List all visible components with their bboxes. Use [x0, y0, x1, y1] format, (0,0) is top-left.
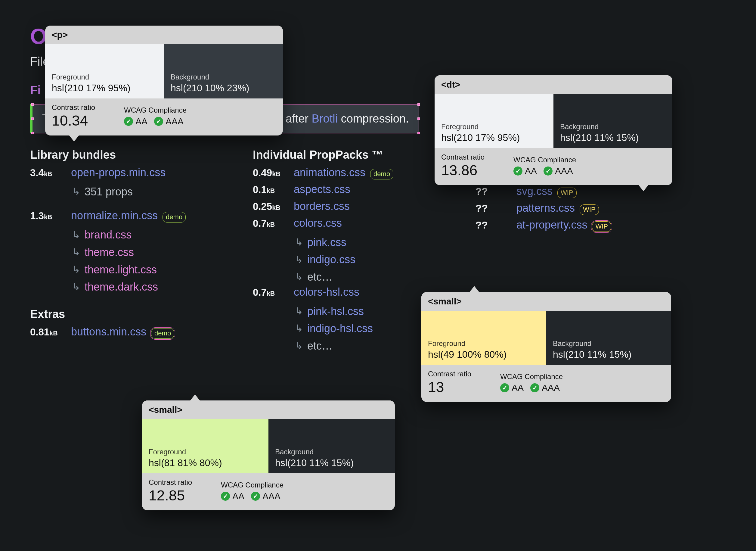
selection-handle[interactable] [417, 117, 420, 120]
sub-file-link[interactable]: indigo-hsl.css [307, 320, 373, 337]
wcag-aa: AA [525, 166, 537, 176]
foreground-swatch: Foregroundhsl(210 17% 95%) [435, 94, 553, 148]
contrast-ratio-value: 10.34 [52, 112, 115, 129]
etc-text: etc… [307, 268, 333, 286]
background-swatch: Backgroundhsl(210 11% 15%) [546, 311, 671, 365]
file-link[interactable]: open-props.min.css [71, 166, 166, 179]
file-link[interactable]: animations.css [294, 166, 365, 179]
sub-file-link[interactable]: theme.css [85, 243, 134, 261]
check-icon: ✓ [530, 383, 539, 392]
brotli-link[interactable]: Brotli [312, 112, 338, 125]
check-icon: ✓ [154, 117, 163, 126]
wcag-aaa: AAA [555, 166, 573, 176]
para-text-after: compression. [338, 112, 409, 125]
demo-badge[interactable]: demo [370, 169, 393, 179]
arrow-down-right-icon: ↳ [295, 338, 303, 354]
unknown-size: ?? [476, 203, 512, 214]
selection-handle[interactable] [417, 132, 420, 134]
wcag-aaa: AAA [542, 383, 560, 393]
wcag-aaa: AAA [166, 116, 184, 126]
file-size: 0.7kB [253, 218, 289, 229]
file-link[interactable]: normalize.min.css [71, 209, 158, 222]
unknown-size: ?? [476, 186, 512, 197]
foreground-swatch: Foregroundhsl(49 100% 80%) [421, 311, 546, 365]
sub-file-link[interactable]: pink.css [307, 234, 346, 251]
file-link[interactable]: colors-hsl.css [294, 286, 359, 299]
contrast-ratio-label: Contrast ratio [441, 153, 504, 161]
file-size: 3.4kB [30, 167, 66, 178]
contrast-ratio-label: Contrast ratio [52, 103, 115, 112]
file-size: 0.81kB [30, 327, 66, 338]
file-link[interactable]: colors.css [294, 217, 342, 229]
arrow-down-right-icon: ↳ [72, 244, 80, 260]
proppacks-title: Individual PropPacks ™ [253, 148, 439, 161]
file-size: 0.25kB [253, 201, 289, 212]
demo-badge[interactable]: demo [151, 328, 174, 339]
selection-handle[interactable] [417, 103, 420, 106]
wcag-label: WCAG Compliance [500, 373, 563, 381]
check-icon: ✓ [221, 492, 230, 501]
extras-title: Extras [30, 308, 217, 321]
wip-badge: WIP [580, 204, 599, 215]
file-size: 0.49kB [253, 167, 289, 178]
arrow-down-right-icon: ↳ [295, 252, 303, 267]
foreground-swatch: Foregroundhsl(81 81% 80%) [142, 419, 268, 473]
contrast-tooltip-p: <p> Foregroundhsl(210 17% 95%) Backgroun… [45, 26, 283, 135]
file-link[interactable]: patterns.css [516, 202, 575, 214]
file-link[interactable]: svg.css [516, 185, 553, 197]
contrast-ratio-value: 13 [428, 379, 491, 395]
arrow-down-right-icon: ↳ [72, 184, 80, 199]
check-icon: ✓ [544, 166, 553, 175]
wip-badge: WIP [592, 221, 611, 232]
sub-file-link[interactable]: theme.dark.css [85, 278, 158, 296]
tooltip-tag: <small> [421, 292, 671, 311]
arrow-down-right-icon: ↳ [72, 262, 80, 277]
wcag-label: WCAG Compliance [221, 481, 283, 489]
check-icon: ✓ [124, 117, 133, 126]
background-swatch: Backgroundhsl(210 10% 23%) [164, 44, 283, 98]
arrow-down-right-icon: ↳ [72, 279, 80, 295]
sub-file-link[interactable]: brand.css [85, 226, 132, 243]
sub-file-link[interactable]: indigo.css [307, 251, 355, 268]
etc-text: etc… [307, 337, 333, 355]
arrow-down-right-icon: ↳ [295, 269, 303, 285]
arrow-down-right-icon: ↳ [295, 234, 303, 250]
wip-badge: WIP [557, 187, 577, 198]
wcag-aa: AA [512, 383, 524, 393]
demo-badge[interactable]: demo [163, 212, 186, 222]
arrow-down-right-icon: ↳ [295, 304, 303, 319]
check-icon: ✓ [500, 383, 509, 392]
sub-file-link[interactable]: pink-hsl.css [307, 303, 364, 320]
file-link[interactable]: aspects.css [294, 183, 350, 196]
background-swatch: Backgroundhsl(210 11% 15%) [268, 419, 395, 473]
selection-handle[interactable] [31, 117, 34, 120]
arrow-down-right-icon: ↳ [72, 227, 80, 243]
file-size: 1.3kB [30, 210, 66, 221]
wcag-aa: AA [232, 491, 244, 501]
contrast-ratio-label: Contrast ratio [428, 370, 491, 378]
contrast-ratio-label: Contrast ratio [149, 478, 212, 487]
foreground-swatch: Foregroundhsl(210 17% 95%) [45, 44, 164, 98]
wcag-aaa: AAA [262, 491, 280, 501]
check-icon: ✓ [251, 492, 260, 501]
contrast-tooltip-small-green: <small> Foregroundhsl(81 81% 80%) Backgr… [142, 401, 395, 510]
file-size: 0.7kB [253, 287, 289, 298]
file-link[interactable]: buttons.min.css [71, 326, 146, 338]
selection-handle[interactable] [31, 103, 34, 106]
contrast-tooltip-dt: <dt> Foregroundhsl(210 17% 95%) Backgrou… [435, 75, 672, 185]
file-size: 0.1kB [253, 184, 289, 195]
sub-file-link[interactable]: theme.light.css [85, 261, 157, 279]
file-link[interactable]: borders.css [294, 200, 350, 212]
contrast-tooltip-small-yellow: <small> Foregroundhsl(49 100% 80%) Backg… [421, 292, 671, 402]
unknown-size: ?? [476, 219, 512, 231]
contrast-ratio-value: 13.86 [441, 162, 504, 178]
check-icon: ✓ [513, 166, 522, 175]
wcag-label: WCAG Compliance [124, 106, 187, 114]
tooltip-tag: <dt> [435, 75, 672, 94]
wcag-aa: AA [135, 116, 147, 126]
selection-handle[interactable] [31, 132, 34, 134]
file-link[interactable]: at-property.css [516, 218, 587, 231]
tooltip-tag: <p> [45, 26, 283, 44]
contrast-ratio-value: 12.85 [149, 487, 212, 504]
background-swatch: Backgroundhsl(210 11% 15%) [553, 94, 672, 148]
